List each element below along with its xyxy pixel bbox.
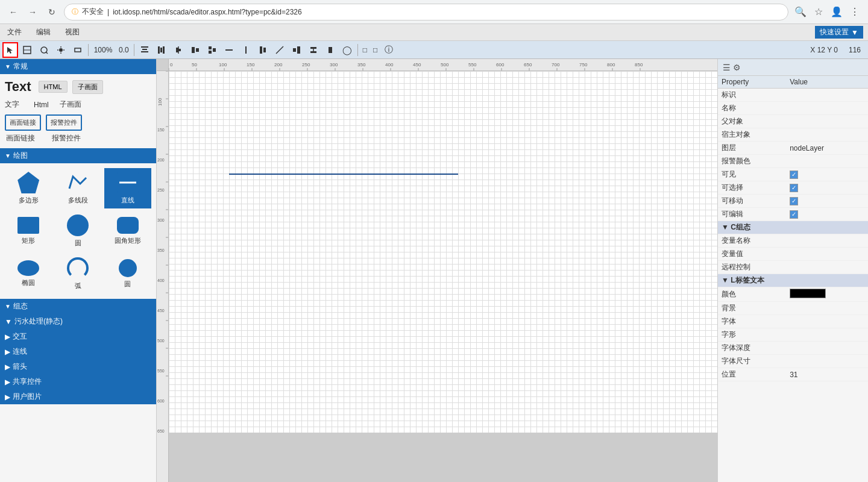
prop-row-kexuanze: 可选择 ✓	[718, 181, 868, 195]
app-container: 文件 编辑 视图 快速设置 ▼ 100% 0.0	[0, 24, 868, 482]
polyline-icon	[67, 172, 89, 193]
svg-text:600: 600	[157, 399, 165, 403]
color-swatch[interactable]	[790, 289, 826, 298]
size-btn[interactable]: ◯	[339, 42, 355, 58]
normal-section-header[interactable]: ▼ 常规	[0, 59, 156, 74]
tool-btn-rect[interactable]	[70, 42, 86, 58]
html-sub-label: Html	[34, 101, 49, 109]
child-screen-sub-label: 子画面	[60, 99, 81, 110]
rounded-rect-icon	[117, 217, 139, 234]
visible-checkbox[interactable]: ✓	[790, 171, 864, 179]
common-row3: 画面链接 报警控件	[5, 114, 151, 131]
child-screen-button[interactable]: 子画面	[72, 80, 103, 94]
svg-text:500: 500	[157, 339, 165, 343]
property-scroll[interactable]: Property Value 标识 名称	[718, 76, 868, 482]
svg-text:750: 750	[579, 62, 588, 67]
menu-view[interactable]: 视图	[63, 26, 82, 39]
interact-section-header[interactable]: ▶ 交互	[0, 329, 156, 344]
url-bar[interactable]: ⓘ 不安全 | iot.idosp.net/html/scada/editor.…	[64, 4, 788, 20]
svg-text:200: 200	[274, 62, 283, 67]
svg-rect-18	[209, 51, 212, 54]
canvas-line-element[interactable]	[229, 174, 458, 175]
align-btn-6[interactable]	[221, 42, 237, 58]
security-label: 不安全	[82, 7, 104, 17]
value-col-header: Value	[786, 76, 868, 89]
user-image-section-header[interactable]: ▶ 用户图片	[0, 389, 156, 404]
editable-checkbox[interactable]: ✓	[790, 210, 864, 219]
select-tool-button[interactable]	[2, 42, 18, 58]
canvas-wrapper[interactable]	[169, 71, 717, 482]
draw-section-header[interactable]: ▼ 绘图	[0, 148, 156, 163]
dot-tool[interactable]: 圆	[104, 254, 151, 294]
svg-rect-26	[297, 46, 300, 54]
c-group-section-row[interactable]: ▼ C组态	[718, 221, 868, 234]
align-btn-2[interactable]	[154, 42, 169, 58]
prop-row-bianliang-mingcheng: 变量名称	[718, 234, 868, 248]
connection-section-label: 连线	[13, 346, 27, 357]
forward-button[interactable]: →	[25, 5, 40, 19]
interact-arrow: ▶	[5, 333, 10, 341]
align-btn-11[interactable]	[306, 42, 321, 58]
connection-section-header[interactable]: ▶ 连线	[0, 344, 156, 359]
c-group-collapse-icon: ▼	[722, 223, 731, 231]
svg-text:150: 150	[247, 62, 255, 67]
align-btn-10[interactable]	[289, 42, 304, 58]
movable-checkbox[interactable]: ✓	[790, 197, 864, 205]
polyline-tool[interactable]: 多线段	[54, 168, 101, 208]
polygon-tool[interactable]: 多边形	[5, 168, 52, 208]
align-btn-3[interactable]	[171, 42, 186, 58]
l-label-section-row[interactable]: ▼ L标签文本	[718, 274, 868, 287]
svg-text:400: 400	[385, 62, 394, 67]
right-panel-header: ☰ ⚙	[718, 59, 868, 76]
tool-btn-3[interactable]	[36, 42, 52, 58]
arrow-section-header[interactable]: ▶ 箭头	[0, 359, 156, 374]
offset-value: 0.0	[116, 46, 131, 54]
prop-row-biaoshi: 标识	[718, 89, 868, 102]
svg-text:100: 100	[219, 62, 227, 67]
align-btn-9[interactable]	[272, 42, 288, 58]
canvas[interactable]	[169, 71, 717, 433]
quick-setting-btn[interactable]: 快速设置 ▼	[815, 26, 863, 39]
align-btn-1[interactable]	[137, 42, 153, 58]
prop-row-kebianjie: 可编辑 ✓	[718, 208, 868, 221]
rounded-rect-tool[interactable]: 圆角矩形	[104, 211, 151, 251]
prop-row-yuancheng-kongzhi: 远程控制	[718, 261, 868, 274]
bookmark-button[interactable]: ☆	[811, 5, 826, 19]
panel-icon-1: ☰	[723, 63, 731, 72]
ellipse-tool[interactable]: 椭圆	[5, 254, 52, 294]
align-btn-12[interactable]	[322, 42, 338, 58]
selectable-checkbox[interactable]: ✓	[790, 184, 864, 192]
reload-button[interactable]: ↻	[45, 5, 59, 19]
menu-file[interactable]: 文件	[5, 26, 24, 39]
arc-icon	[67, 257, 89, 279]
prop-row-beijing: 背景	[718, 302, 868, 315]
back-button[interactable]: ←	[6, 5, 20, 19]
align-btn-5[interactable]	[204, 42, 220, 58]
align-btn-8[interactable]	[255, 42, 271, 58]
bottom-labels-row: 画面链接 报警控件	[5, 133, 151, 143]
canvas-with-rulers: 100 150 200 250 300 350 40	[157, 71, 717, 482]
line-tool[interactable]: 直线	[104, 168, 151, 208]
info-btn[interactable]: ⓘ	[381, 42, 397, 58]
arc-tool[interactable]: 弧	[54, 254, 101, 294]
account-button[interactable]: 👤	[829, 5, 844, 19]
tool-btn-2[interactable]	[19, 42, 35, 58]
svg-rect-23	[263, 48, 266, 52]
alarm-ctrl-button[interactable]: 报警控件	[46, 114, 82, 131]
property-col-header: Property	[718, 76, 786, 89]
shared-section-header[interactable]: ▶ 共享控件	[0, 374, 156, 389]
group-section-header[interactable]: ▼ 组态	[0, 299, 156, 314]
html-button[interactable]: HTML	[39, 81, 68, 93]
search-button[interactable]: 🔍	[793, 5, 808, 19]
rect-tool[interactable]: 矩形	[5, 211, 52, 251]
align-btn-7[interactable]	[238, 42, 254, 58]
tool-btn-gear[interactable]	[53, 42, 69, 58]
circle-tool[interactable]: 圆	[54, 211, 101, 251]
sewage-section-header[interactable]: ▼ 污水处理(静态)	[0, 314, 156, 329]
screen-link-button[interactable]: 画面链接	[5, 114, 41, 131]
menu-button[interactable]: ⋮	[848, 5, 862, 19]
svg-rect-30	[329, 47, 332, 53]
menu-edit[interactable]: 编辑	[34, 26, 53, 39]
align-btn-4[interactable]	[187, 42, 203, 58]
interact-section-label: 交互	[13, 331, 27, 342]
